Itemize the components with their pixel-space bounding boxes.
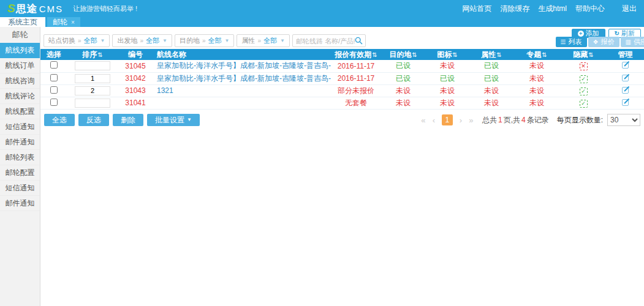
search-box	[292, 34, 366, 47]
sidebar-item-route-orders[interactable]: 航线订单	[0, 58, 40, 73]
topic-cell: 未设	[513, 72, 560, 84]
col-attribute[interactable]: 属性⇅	[469, 49, 513, 60]
attribute-cell: 已设	[469, 60, 513, 72]
tab-cruise[interactable]: 邮轮 ×	[47, 17, 80, 27]
filter-separator: »	[202, 37, 206, 44]
attribute-filter[interactable]: 属性 » 全部 ▼	[237, 34, 289, 47]
attribute-cell: 未设	[469, 97, 513, 109]
view-quote-button[interactable]: ❖ 报价	[588, 37, 619, 47]
col-destination[interactable]: 目的地⇅	[381, 49, 425, 60]
search-input[interactable]	[296, 37, 355, 45]
row-checkbox[interactable]	[50, 61, 58, 69]
supplier-card-icon: ▥	[626, 39, 631, 45]
sort-arrows-icon[interactable]: ⇅	[97, 51, 102, 58]
route-code: 31042	[118, 72, 153, 84]
list-icon: ☰	[561, 39, 566, 45]
route-name-link[interactable]: 1321	[157, 86, 173, 95]
sort-input[interactable]	[75, 99, 110, 108]
sort-arrows-icon[interactable]: ⇅	[542, 51, 547, 58]
tab-strip: 系统主页 邮轮 ×	[0, 17, 644, 27]
chevron-down-icon: ▼	[100, 38, 105, 43]
sidebar-item-route-config[interactable]: 航线配置	[0, 104, 40, 119]
route-name-link[interactable]: 皇家加勒比-海洋水手号】成都-新加坡-吉隆坡-普吉岛-新加坡-成都 5晚6日游	[157, 74, 331, 83]
sidebar-item-route-inquiries[interactable]: 航线咨询	[0, 73, 40, 89]
delete-button[interactable]: 删除	[113, 114, 143, 126]
hidden-toggle[interactable]: ✓	[580, 88, 588, 95]
per-page-label: 每页显示数量:	[557, 115, 603, 125]
col-icon[interactable]: 图标⇅	[425, 49, 469, 60]
invert-selection-button[interactable]: 反选	[78, 114, 109, 126]
prev-page-icon[interactable]: ‹	[430, 116, 438, 125]
cube-icon: ❖	[593, 39, 599, 45]
sort-arrows-icon[interactable]: ⇅	[372, 51, 377, 58]
table-row: 31045 皇家加勒比-海洋水手号】成都-新加坡-吉隆坡-普吉岛-新加坡-成都 …	[40, 60, 644, 72]
col-validity[interactable]: 报价有效期⇅	[331, 49, 381, 60]
batch-settings-button[interactable]: 批量设置 ▼	[147, 114, 200, 126]
col-hidden[interactable]: 隐藏⇅	[560, 49, 607, 60]
per-page-select[interactable]: 30	[607, 114, 640, 126]
sidebar-item-route-comments[interactable]: 航线评论	[0, 89, 40, 104]
current-page-button[interactable]: 1	[442, 114, 453, 125]
logo-suffix: CMS	[39, 4, 63, 14]
hidden-toggle[interactable]: ✕	[580, 62, 588, 70]
next-page-icon[interactable]: ›	[456, 116, 465, 125]
refresh-icon: ↻	[615, 30, 619, 37]
top-link-site-home[interactable]: 网站首页	[462, 4, 491, 14]
edit-icon[interactable]	[621, 61, 630, 69]
sidebar-item-email-notify[interactable]: 邮件通知	[0, 135, 40, 150]
filter-label: 出发地	[117, 36, 137, 45]
col-topic[interactable]: 专题⇅	[513, 49, 560, 60]
sort-arrows-icon[interactable]: ⇅	[588, 51, 593, 58]
route-table: 选择 排序⇅ 编号 航线名称 报价有效期⇅ 目的地⇅ 图标⇅ 属性⇅ 专题⇅ 隐…	[40, 49, 644, 110]
sidebar-item-email-notify-2[interactable]: 邮件通知	[0, 196, 40, 211]
sort-arrows-icon[interactable]: ⇅	[412, 51, 417, 58]
edit-icon[interactable]	[621, 98, 630, 106]
edit-icon[interactable]	[621, 73, 630, 82]
hidden-toggle[interactable]: ✓	[580, 100, 588, 108]
chevron-down-icon: ▼	[280, 38, 285, 43]
sort-input[interactable]	[75, 61, 110, 70]
view-supplier-button[interactable]: ▥ 供应商	[621, 37, 644, 47]
filter-value: 全部	[263, 36, 277, 45]
top-link-help-center[interactable]: 帮助中心	[575, 4, 605, 14]
view-list-label: 列表	[569, 37, 582, 47]
sidebar-item-sms-notify[interactable]: 短信通知	[0, 119, 40, 135]
attribute-cell: 未设	[469, 84, 513, 97]
logo-s-icon: S	[7, 2, 15, 15]
route-name-link[interactable]: 皇家加勒比-海洋水手号】成都-新加坡-吉隆坡-普吉岛-新加坡-成都 5晚6日游	[157, 61, 331, 70]
attribute-cell: 已设	[469, 72, 513, 84]
sidebar-item-sms-notify-2[interactable]: 短信通知	[0, 181, 40, 196]
edit-icon[interactable]	[621, 86, 630, 94]
sort-input[interactable]	[75, 86, 110, 95]
sidebar-item-route-list[interactable]: 航线列表	[0, 43, 40, 58]
sidebar-item-cruise-config[interactable]: 邮轮配置	[0, 165, 40, 181]
departure-filter[interactable]: 出发地 » 全部 ▼	[112, 34, 172, 47]
tab-system-home[interactable]: 系统主页	[0, 17, 45, 27]
view-toggle-group: ☰ 列表 ❖ 报价 ▥ 供应商	[556, 37, 644, 47]
filter-separator: »	[78, 37, 81, 44]
total-pages: 1	[498, 116, 502, 124]
top-link-generate-html[interactable]: 生成html	[538, 4, 567, 14]
tab-close-icon[interactable]: ×	[71, 19, 75, 26]
sidebar-item-cruise-list[interactable]: 邮轮列表	[0, 150, 40, 165]
top-link-clear-cache[interactable]: 清除缓存	[500, 4, 529, 14]
sort-arrows-icon[interactable]: ⇅	[452, 51, 457, 58]
top-link-logout[interactable]: 退出	[622, 4, 637, 14]
destination-filter[interactable]: 目的地 » 全部 ▼	[175, 34, 234, 47]
last-page-icon[interactable]: »	[467, 116, 475, 125]
hidden-toggle[interactable]: ✓	[580, 75, 588, 83]
sort-input[interactable]	[75, 74, 110, 83]
row-checkbox[interactable]	[50, 86, 58, 94]
col-sort[interactable]: 排序⇅	[67, 49, 118, 60]
view-quote-label: 报价	[601, 37, 615, 47]
destination-cell: 已设	[381, 60, 425, 72]
route-code: 31045	[118, 60, 153, 72]
site-switch-filter[interactable]: 站点切换 » 全部 ▼	[44, 34, 110, 47]
view-list-button[interactable]: ☰ 列表	[556, 37, 587, 47]
select-all-button[interactable]: 全选	[44, 114, 75, 126]
row-checkbox[interactable]	[50, 99, 58, 106]
sort-arrows-icon[interactable]: ⇅	[496, 51, 501, 58]
first-page-icon[interactable]: «	[419, 116, 428, 125]
row-checkbox[interactable]	[50, 74, 58, 81]
search-icon[interactable]	[355, 37, 363, 45]
